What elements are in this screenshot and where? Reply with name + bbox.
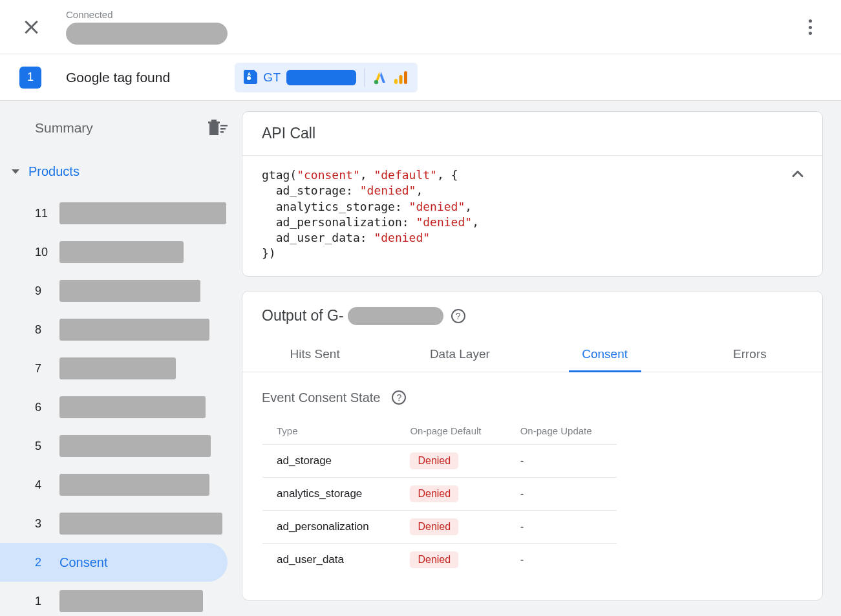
event-item[interactable]: 1: [0, 582, 242, 616]
consent-default: Denied: [396, 477, 506, 510]
products-label: Products: [28, 164, 80, 179]
event-item[interactable]: 11: [0, 194, 242, 233]
svg-point-0: [247, 76, 251, 80]
denied-badge: Denied: [410, 485, 458, 502]
close-icon[interactable]: [22, 18, 40, 36]
collapse-icon[interactable]: [789, 165, 807, 183]
summary-row[interactable]: Summary: [0, 115, 242, 141]
event-list: 111098765432Consent1: [0, 194, 242, 616]
connection-block: Connected: [66, 9, 228, 45]
denied-badge: Denied: [410, 452, 458, 469]
output-id-redacted: [348, 307, 443, 325]
clear-events-icon[interactable]: [207, 120, 224, 136]
table-row: ad_user_dataDenied-: [262, 543, 617, 576]
event-label-redacted: [59, 435, 211, 457]
svg-rect-8: [220, 128, 226, 130]
event-label-redacted: [59, 280, 200, 302]
event-label-redacted: [59, 474, 209, 496]
event-item-consent[interactable]: 2Consent: [0, 543, 228, 582]
table-row: ad_personalizationDenied-: [262, 510, 617, 543]
table-row: ad_storageDenied-: [262, 444, 617, 477]
connected-url-redacted: [66, 23, 228, 45]
table-header: On-page Update: [506, 417, 617, 444]
chevron-down-icon: [12, 169, 19, 174]
denied-badge: Denied: [410, 551, 458, 568]
svg-rect-4: [399, 75, 402, 84]
event-label-redacted: [59, 357, 176, 379]
tag-found-bar: 1 Google tag found A GT: [0, 54, 841, 101]
help-icon[interactable]: ?: [392, 390, 406, 405]
event-number: 5: [35, 440, 50, 453]
event-item[interactable]: 6: [0, 388, 242, 427]
tab-consent[interactable]: Consent: [533, 338, 677, 372]
event-number: 4: [35, 478, 50, 492]
consent-update: -: [506, 444, 617, 477]
connected-label: Connected: [66, 9, 228, 20]
consent-type: ad_user_data: [262, 543, 396, 576]
consent-update: -: [506, 510, 617, 543]
event-item[interactable]: 9: [0, 271, 242, 310]
api-call-panel: API Call gtag("consent", "default", { ad…: [242, 111, 823, 277]
output-tabs: Hits SentData LayerConsentErrors: [242, 338, 822, 372]
tab-errors[interactable]: Errors: [677, 338, 822, 372]
tab-hits-sent[interactable]: Hits Sent: [242, 338, 387, 372]
google-ads-icon: [372, 70, 388, 85]
consent-type: analytics_storage: [262, 477, 396, 510]
gtag-chip[interactable]: A GT: [235, 63, 417, 92]
sidebar: Summary Products 111098765432Consent1: [0, 101, 242, 616]
event-number: 8: [35, 323, 50, 337]
chip-divider: [364, 69, 365, 87]
event-number: 3: [35, 517, 50, 531]
tab-data-layer[interactable]: Data Layer: [387, 338, 532, 372]
consent-type: ad_storage: [262, 444, 396, 477]
svg-rect-3: [394, 79, 398, 84]
api-call-title: API Call: [242, 112, 822, 156]
svg-rect-7: [220, 125, 228, 127]
svg-rect-9: [220, 131, 224, 133]
event-number: 10: [35, 246, 50, 259]
summary-label: Summary: [35, 120, 93, 136]
tag-found-label: Google tag found: [66, 70, 170, 85]
event-consent-state-label: Event Consent State: [262, 390, 380, 405]
event-number: 6: [35, 401, 50, 414]
denied-badge: Denied: [410, 518, 458, 535]
tag-count-badge: 1: [19, 67, 41, 89]
gtag-icon: A: [244, 69, 258, 86]
event-item[interactable]: 8: [0, 310, 242, 349]
event-number: 7: [35, 362, 50, 376]
output-panel: Output of G- ? Hits SentData LayerConsen…: [242, 291, 823, 600]
consent-table: TypeOn-page DefaultOn-page Update ad_sto…: [262, 417, 617, 577]
overflow-menu-icon[interactable]: [804, 18, 816, 36]
table-row: analytics_storageDenied-: [262, 477, 617, 510]
event-number: 9: [35, 284, 50, 298]
gtag-prefix: GT: [263, 70, 281, 85]
event-number: 1: [35, 595, 50, 608]
event-label-redacted: [59, 202, 226, 224]
main-split: Summary Products 111098765432Consent1 AP…: [0, 101, 841, 616]
google-analytics-icon: [393, 70, 409, 85]
table-header: Type: [262, 417, 396, 444]
products-section-header[interactable]: Products: [0, 160, 242, 182]
event-label-redacted: [59, 396, 206, 418]
consent-default: Denied: [396, 543, 506, 576]
event-item[interactable]: 7: [0, 349, 242, 388]
table-header: On-page Default: [396, 417, 506, 444]
main-content: API Call gtag("consent", "default", { ad…: [242, 101, 841, 616]
svg-rect-5: [404, 71, 407, 84]
event-item[interactable]: 3: [0, 504, 242, 543]
gtag-id-redacted: [286, 70, 356, 85]
event-item[interactable]: 10: [0, 233, 242, 271]
event-item[interactable]: 4: [0, 465, 242, 504]
event-item[interactable]: 5: [0, 427, 242, 465]
event-number: 11: [35, 207, 50, 220]
consent-default: Denied: [396, 510, 506, 543]
api-call-code: gtag("consent", "default", { ad_storage:…: [242, 156, 822, 276]
help-icon[interactable]: ?: [451, 309, 465, 323]
svg-rect-6: [211, 120, 217, 122]
consent-default: Denied: [396, 444, 506, 477]
top-bar: Connected: [0, 0, 841, 54]
event-label-redacted: [59, 241, 184, 263]
event-number: 2: [35, 556, 50, 569]
output-header: Output of G- ?: [242, 292, 822, 338]
event-consent-state-header: Event Consent State ?: [262, 390, 803, 405]
